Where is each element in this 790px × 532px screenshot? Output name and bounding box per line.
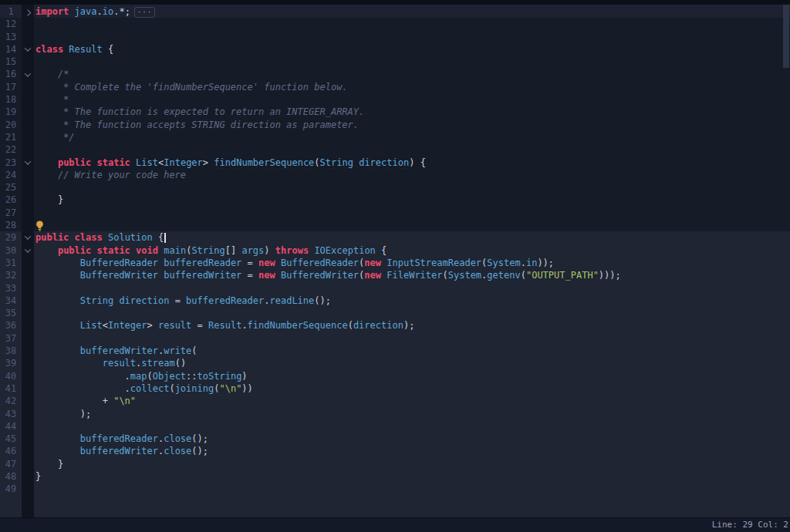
line-number[interactable]: 30: [0, 244, 22, 257]
line-number[interactable]: 29: [0, 231, 22, 244]
line-number[interactable]: 36: [0, 319, 22, 332]
code-text[interactable]: }: [34, 194, 790, 206]
code-line-47[interactable]: 47 }: [0, 458, 790, 470]
line-number[interactable]: 18: [0, 93, 22, 106]
code-line-27[interactable]: 27: [0, 207, 790, 219]
code-line-16[interactable]: 16 /*: [0, 68, 790, 80]
code-line-21[interactable]: 21 */: [0, 131, 790, 143]
code-line-41[interactable]: 41 .collect(joining("\n")): [0, 382, 790, 395]
code-line-19[interactable]: 19 * The function is expected to return …: [0, 106, 790, 118]
code-text[interactable]: import java.io.*;···: [34, 5, 790, 18]
code-line-49[interactable]: 49: [0, 483, 790, 495]
code-text[interactable]: // Write your code here: [34, 169, 790, 181]
line-number[interactable]: 17: [0, 81, 22, 93]
code-text[interactable]: [34, 56, 790, 68]
code-text[interactable]: List<Integer> result = Result.findNumber…: [34, 319, 790, 332]
code-line-20[interactable]: 20 * The function accepts STRING directi…: [0, 119, 790, 131]
code-line-25[interactable]: 25: [0, 181, 790, 194]
vertical-scrollbar[interactable]: [782, 5, 790, 517]
line-number[interactable]: 12: [0, 18, 22, 30]
code-text[interactable]: [34, 219, 790, 231]
code-text[interactable]: result.stream(): [34, 357, 790, 369]
code-line-15[interactable]: 15: [0, 56, 790, 68]
code-line-24[interactable]: 24 // Write your code here: [0, 169, 790, 181]
editor-pane[interactable]: 1import java.io.*;···121314class Result …: [0, 0, 790, 517]
code-text[interactable]: [34, 207, 790, 219]
code-text[interactable]: [34, 31, 790, 43]
code-text[interactable]: );: [34, 408, 790, 420]
code-text[interactable]: BufferedReader bufferedReader = new Buff…: [34, 257, 790, 269]
code-text[interactable]: */: [34, 131, 790, 143]
code-text[interactable]: [34, 143, 790, 156]
code-text[interactable]: * The function accepts STRING direction …: [34, 119, 790, 131]
line-number[interactable]: 47: [0, 458, 22, 470]
line-number[interactable]: 19: [0, 106, 22, 118]
code-text[interactable]: BufferedWriter bufferedWriter = new Buff…: [34, 269, 790, 281]
code-text[interactable]: }: [34, 470, 790, 483]
code-text[interactable]: * Complete the 'findNumberSequence' func…: [34, 81, 790, 93]
line-number[interactable]: 16: [0, 68, 22, 80]
code-text[interactable]: .map(Object::toString): [34, 370, 790, 382]
code-line-1[interactable]: 1import java.io.*;···: [0, 5, 790, 18]
code-text[interactable]: public static void main(String[] args) t…: [34, 244, 790, 257]
line-number[interactable]: 45: [0, 433, 22, 445]
code-line-35[interactable]: 35: [0, 307, 790, 319]
line-number[interactable]: 13: [0, 31, 22, 43]
line-number[interactable]: 26: [0, 194, 22, 206]
code-text[interactable]: [34, 282, 790, 295]
code-line-22[interactable]: 22: [0, 143, 790, 156]
code-text[interactable]: String direction = bufferedReader.readLi…: [34, 295, 790, 307]
chevron-down-icon[interactable]: [25, 158, 31, 164]
code-line-38[interactable]: 38 bufferedWriter.write(: [0, 345, 790, 357]
code-line-48[interactable]: 48}: [0, 470, 790, 483]
code-text[interactable]: [34, 332, 790, 345]
code-line-37[interactable]: 37: [0, 332, 790, 345]
code-line-17[interactable]: 17 * Complete the 'findNumberSequence' f…: [0, 81, 790, 93]
code-line-40[interactable]: 40 .map(Object::toString): [0, 370, 790, 382]
code-line-26[interactable]: 26 }: [0, 194, 790, 206]
code-text[interactable]: *: [34, 93, 790, 106]
code-line-32[interactable]: 32 BufferedWriter bufferedWriter = new B…: [0, 269, 790, 281]
line-number[interactable]: 14: [0, 43, 22, 56]
code-line-13[interactable]: 13: [0, 31, 790, 43]
line-number[interactable]: 23: [0, 157, 22, 169]
code-text[interactable]: .collect(joining("\n")): [34, 382, 790, 395]
chevron-down-icon[interactable]: [25, 234, 31, 240]
code-line-42[interactable]: 42 + "\n": [0, 395, 790, 407]
code-text[interactable]: + "\n": [34, 395, 790, 407]
code-line-30[interactable]: 30 public static void main(String[] args…: [0, 244, 790, 257]
line-number[interactable]: 32: [0, 269, 22, 281]
line-number[interactable]: 40: [0, 370, 22, 382]
line-number[interactable]: 35: [0, 307, 22, 319]
line-number[interactable]: 21: [0, 131, 22, 143]
code-text[interactable]: bufferedWriter.write(: [34, 345, 790, 357]
line-number[interactable]: 46: [0, 445, 22, 457]
line-number[interactable]: 24: [0, 169, 22, 181]
code-line-29[interactable]: 29public class Solution {: [0, 231, 790, 244]
code-line-39[interactable]: 39 result.stream(): [0, 357, 790, 369]
code-line-34[interactable]: 34 String direction = bufferedReader.rea…: [0, 295, 790, 307]
line-number[interactable]: 22: [0, 143, 22, 156]
line-number[interactable]: 43: [0, 408, 22, 420]
code-line-14[interactable]: 14class Result {: [0, 43, 790, 56]
code-text[interactable]: public class Solution {: [34, 231, 790, 244]
code-line-12[interactable]: 12: [0, 18, 790, 30]
line-number[interactable]: 1: [0, 5, 22, 18]
code-line-18[interactable]: 18 *: [0, 93, 790, 106]
code-line-28[interactable]: 28: [0, 219, 790, 231]
line-number[interactable]: 44: [0, 420, 22, 433]
code-line-46[interactable]: 46 bufferedWriter.close();: [0, 445, 790, 457]
code-text[interactable]: [34, 307, 790, 319]
code-text[interactable]: [34, 420, 790, 433]
line-number[interactable]: 39: [0, 357, 22, 369]
code-text[interactable]: [34, 181, 790, 194]
line-number[interactable]: 41: [0, 382, 22, 395]
code-text[interactable]: }: [34, 458, 790, 470]
code-text[interactable]: [34, 18, 790, 30]
code-line-43[interactable]: 43 );: [0, 408, 790, 420]
line-number[interactable]: 15: [0, 56, 22, 68]
code-line-23[interactable]: 23 public static List<Integer> findNumbe…: [0, 157, 790, 169]
line-number[interactable]: 48: [0, 470, 22, 483]
line-number[interactable]: 27: [0, 207, 22, 219]
code-line-31[interactable]: 31 BufferedReader bufferedReader = new B…: [0, 257, 790, 269]
